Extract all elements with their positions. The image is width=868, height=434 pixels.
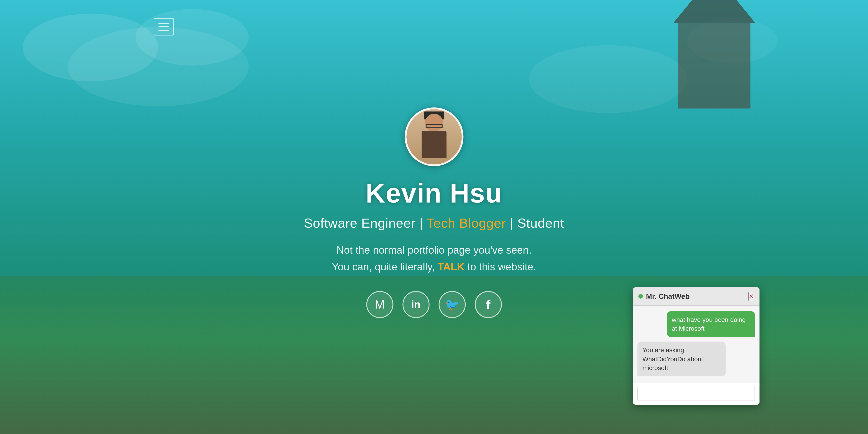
subtitle-sep-2: | (506, 216, 517, 230)
facebook-icon: f (486, 297, 490, 312)
description-talk: TALK (438, 261, 465, 273)
linkedin-icon: in (411, 298, 421, 311)
hero-subtitle: Software Engineer | Tech Blogger | Stude… (304, 215, 564, 230)
chat-window: Mr. ChatWeb × what have you been doing a… (633, 287, 760, 405)
chat-title: Mr. ChatWeb (646, 292, 690, 301)
chat-status-indicator (638, 294, 643, 299)
nav-menu[interactable] (154, 18, 174, 35)
social-linkedin-button[interactable]: in (402, 291, 430, 318)
chat-header-left: Mr. ChatWeb (638, 292, 690, 301)
social-facebook-button[interactable]: f (475, 291, 502, 318)
subtitle-student: Student (518, 216, 564, 230)
subtitle-sep-1: | (416, 216, 427, 230)
chat-message-sent-1: what have you been doing at Microsoft (667, 311, 755, 337)
social-twitter-button[interactable]: 🐦 (438, 291, 466, 318)
social-medium-button[interactable]: M (366, 291, 393, 318)
menu-line-2 (158, 26, 169, 27)
avatar-body (422, 131, 446, 158)
hero-description: Not the normal portfolio page you've see… (332, 242, 536, 275)
social-links: M in 🐦 f (366, 291, 502, 318)
twitter-icon: 🐦 (445, 298, 460, 311)
barn-body (678, 23, 750, 108)
menu-line-1 (158, 23, 169, 24)
chat-input-area (633, 383, 760, 405)
chat-messages: what have you been doing at Microsoft Yo… (633, 306, 760, 383)
description-line-1: Not the normal portfolio page you've see… (332, 242, 536, 258)
avatar-glasses (426, 124, 442, 128)
chat-header: Mr. ChatWeb × (633, 287, 760, 306)
hamburger-icon[interactable] (154, 18, 174, 35)
hero-section: Kevin Hsu Software Engineer | Tech Blogg… (304, 107, 564, 318)
avatar-head (425, 114, 443, 132)
hero-name: Kevin Hsu (366, 178, 502, 209)
barn-building (678, 23, 755, 108)
description-line-2: You can, quite literally, TALK to this w… (332, 258, 536, 275)
cloud-3 (135, 9, 249, 66)
cloud-4 (529, 45, 687, 113)
chat-close-button[interactable]: × (748, 292, 754, 301)
subtitle-software-engineer: Software Engineer (304, 216, 415, 230)
chat-message-received-1: You are asking WhatDidYouDo about micros… (638, 342, 725, 376)
avatar (405, 107, 463, 166)
description-suffix: to this website. (465, 261, 536, 273)
description-prefix: You can, quite literally, (332, 261, 438, 273)
chat-input[interactable] (638, 387, 755, 401)
subtitle-tech-blogger: Tech Blogger (427, 216, 506, 230)
menu-line-3 (158, 30, 169, 31)
medium-icon: M (375, 298, 384, 311)
barn-roof (674, 0, 755, 23)
